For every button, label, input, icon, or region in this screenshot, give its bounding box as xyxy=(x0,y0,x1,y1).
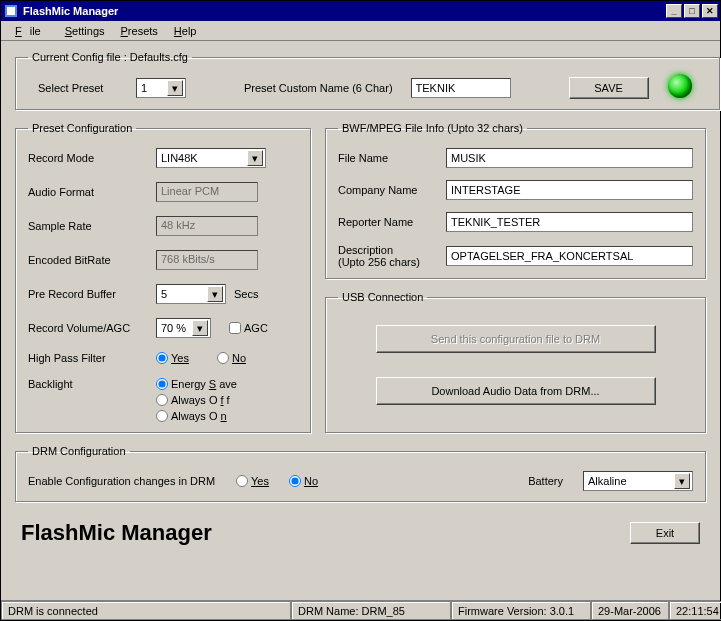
menu-presets[interactable]: Presets xyxy=(113,23,166,39)
status-date: 29-Mar-2006 xyxy=(591,601,669,620)
close-button[interactable]: ✕ xyxy=(702,4,718,18)
prerec-label: Pre Record Buffer xyxy=(28,288,148,300)
chevron-down-icon: ▾ xyxy=(247,150,263,166)
vol-agc-combo[interactable]: 70 % ▾ xyxy=(156,318,211,338)
record-mode-label: Record Mode xyxy=(28,152,148,164)
desc-label: Description xyxy=(338,244,438,256)
desc-label2: (Upto 256 chars) xyxy=(338,256,438,268)
app-icon xyxy=(3,3,19,19)
statusbar: DRM is connected DRM Name: DRM_85 Firmwa… xyxy=(1,600,720,620)
current-config-group: Current Config file : Defaults.cfg Selec… xyxy=(15,51,720,110)
audio-format-value: Linear PCM xyxy=(156,182,258,202)
backlight-on-radio[interactable]: Always On xyxy=(156,410,237,422)
menubar: File Settings Presets Help xyxy=(1,21,720,41)
custom-name-label: Preset Custom Name (6 Char) xyxy=(244,82,393,94)
app-window: FlashMic Manager _ □ ✕ File Settings Pre… xyxy=(0,0,721,621)
backlight-energy-radio[interactable]: Energy Save xyxy=(156,378,237,390)
agc-checkbox[interactable]: AGC xyxy=(229,322,268,334)
file-name-input[interactable] xyxy=(446,148,693,168)
status-connected: DRM is connected xyxy=(1,601,291,620)
send-config-button[interactable]: Send this configuration file to DRM xyxy=(376,325,656,353)
enable-no-radio[interactable]: No xyxy=(289,475,318,487)
menu-help[interactable]: Help xyxy=(166,23,205,39)
svg-rect-1 xyxy=(7,7,15,15)
exit-button[interactable]: Exit xyxy=(630,522,700,544)
reporter-input[interactable] xyxy=(446,212,693,232)
battery-combo[interactable]: Alkaline ▾ xyxy=(583,471,693,491)
bitrate-value: 768 kBits/s xyxy=(156,250,258,270)
chevron-down-icon: ▾ xyxy=(192,320,208,336)
custom-name-input[interactable] xyxy=(411,78,511,98)
drm-config-group: DRM Configuration Enable Configuration c… xyxy=(15,445,706,502)
hpf-yes-radio[interactable]: Yes xyxy=(156,352,189,364)
drm-config-legend: DRM Configuration xyxy=(28,445,130,457)
select-preset-label: Select Preset xyxy=(38,82,118,94)
titlebar: FlashMic Manager _ □ ✕ xyxy=(1,1,720,21)
chevron-down-icon: ▾ xyxy=(674,473,690,489)
client-area: Current Config file : Defaults.cfg Selec… xyxy=(1,41,720,600)
prerec-combo[interactable]: 5 ▾ xyxy=(156,284,226,304)
chevron-down-icon: ▾ xyxy=(207,286,223,302)
vol-agc-label: Record Volume/AGC xyxy=(28,322,148,334)
secs-label: Secs xyxy=(234,288,258,300)
bwf-group: BWF/MPEG File Info (Upto 32 chars) File … xyxy=(325,122,706,279)
backlight-label: Backlight xyxy=(28,378,148,390)
select-preset-combo[interactable]: 1 ▾ xyxy=(136,78,186,98)
current-config-legend: Current Config file : Defaults.cfg xyxy=(28,51,192,63)
status-drm-name: DRM Name: DRM_85 xyxy=(291,601,451,620)
maximize-button[interactable]: □ xyxy=(684,4,700,18)
company-label: Company Name xyxy=(338,184,438,196)
chevron-down-icon: ▾ xyxy=(167,80,183,96)
preset-config-legend: Preset Configuration xyxy=(28,122,136,134)
reporter-label: Reporter Name xyxy=(338,216,438,228)
menu-file[interactable]: File xyxy=(7,23,57,39)
backlight-off-radio[interactable]: Always Off xyxy=(156,394,237,406)
usb-legend: USB Connection xyxy=(338,291,427,303)
bwf-legend: BWF/MPEG File Info (Upto 32 chars) xyxy=(338,122,527,134)
usb-group: USB Connection Send this configuration f… xyxy=(325,291,706,433)
save-button[interactable]: SAVE xyxy=(569,77,649,99)
menu-settings[interactable]: Settings xyxy=(57,23,113,39)
record-mode-combo[interactable]: LIN48K ▾ xyxy=(156,148,266,168)
preset-config-group: Preset Configuration Record Mode LIN48K … xyxy=(15,122,311,433)
battery-label: Battery xyxy=(528,475,563,487)
download-audio-button[interactable]: Download Audio Data from DRM... xyxy=(376,377,656,405)
window-title: FlashMic Manager xyxy=(23,5,666,17)
sample-rate-value: 48 kHz xyxy=(156,216,258,236)
enable-yes-radio[interactable]: Yes xyxy=(236,475,269,487)
hpf-label: High Pass Filter xyxy=(28,352,148,364)
enable-config-label: Enable Configuration changes in DRM xyxy=(28,475,228,487)
minimize-button[interactable]: _ xyxy=(666,4,682,18)
desc-input[interactable] xyxy=(446,246,693,266)
company-input[interactable] xyxy=(446,180,693,200)
hpf-no-radio[interactable]: No xyxy=(217,352,246,364)
bitrate-label: Encoded BitRate xyxy=(28,254,148,266)
app-title: FlashMic Manager xyxy=(21,520,212,546)
audio-format-label: Audio Format xyxy=(28,186,148,198)
status-firmware: Firmware Version: 3.0.1 xyxy=(451,601,591,620)
sample-rate-label: Sample Rate xyxy=(28,220,148,232)
status-led-icon xyxy=(668,74,692,98)
status-time: 22:11:54 xyxy=(669,601,721,620)
file-name-label: File Name xyxy=(338,152,438,164)
